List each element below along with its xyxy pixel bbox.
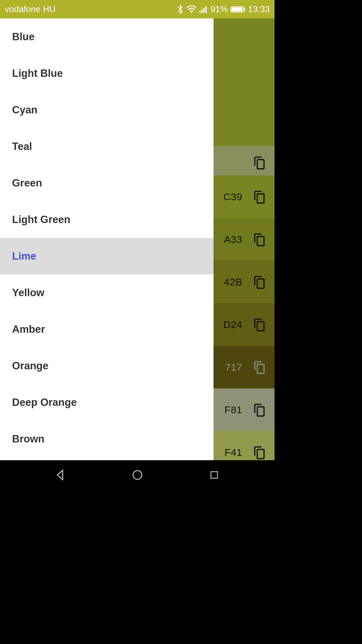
hex-code-fragment: F81 (225, 404, 242, 416)
copy-icon[interactable] (250, 358, 268, 377)
drawer-item-label: Amber (12, 323, 45, 335)
carrier-label: vodafone HU (5, 4, 56, 14)
copy-icon[interactable] (250, 273, 268, 291)
drawer-item-label: Deep Orange (12, 396, 77, 409)
drawer-item-orange[interactable]: Orange (0, 347, 214, 384)
hex-code-fragment: 717 (225, 362, 242, 373)
drawer-item-label: Teal (12, 141, 32, 153)
status-bar: vodafone HU 91% 13:33 (0, 0, 275, 18)
copy-icon[interactable] (250, 315, 268, 334)
svg-rect-2 (201, 9, 203, 13)
svg-rect-3 (203, 8, 205, 13)
drawer-item-label: Yellow (12, 287, 44, 299)
drawer-item-brown[interactable]: Brown (0, 421, 214, 457)
svg-point-0 (191, 11, 192, 13)
drawer-item-label: Light Blue (12, 67, 63, 79)
drawer-item-label: Lime (12, 250, 36, 262)
drawer-item-label: Light Green (12, 214, 70, 226)
status-icons: 91% 13:33 (177, 4, 270, 14)
drawer-item-yellow[interactable]: Yellow (0, 274, 214, 311)
system-nav-bar (0, 460, 275, 490)
home-button[interactable] (121, 465, 154, 485)
drawer-item-label: Brown (12, 433, 44, 445)
hex-code-fragment: F41 (225, 447, 242, 458)
drawer-item-label: Cyan (12, 104, 38, 116)
copy-icon[interactable] (250, 230, 268, 249)
drawer-item-lime[interactable]: Lime (0, 238, 214, 274)
recent-apps-button[interactable] (197, 465, 231, 485)
drawer-item-label: Orange (12, 360, 49, 372)
hex-code-fragment: 42B (224, 276, 242, 288)
svg-rect-9 (211, 472, 218, 478)
battery-percent: 91% (210, 4, 228, 14)
hex-code-fragment: D24 (223, 319, 242, 330)
drawer-item-light-green[interactable]: Light Green (0, 201, 214, 238)
svg-rect-6 (232, 7, 242, 11)
svg-point-8 (133, 471, 142, 479)
clock: 13:33 (248, 4, 270, 14)
drawer-item-cyan[interactable]: Cyan (0, 92, 214, 128)
back-button[interactable] (44, 465, 77, 485)
copy-icon[interactable] (250, 187, 268, 206)
bluetooth-icon (177, 4, 184, 14)
svg-rect-1 (199, 11, 201, 13)
drawer-item-green[interactable]: Green (0, 165, 214, 201)
svg-rect-7 (244, 8, 245, 11)
drawer-item-label: Green (12, 177, 42, 189)
drawer-item-label: Blue (12, 31, 35, 43)
drawer-item-blue[interactable]: Blue (0, 18, 214, 55)
svg-rect-4 (205, 6, 207, 13)
hex-code-fragment: A33 (224, 234, 242, 245)
copy-icon[interactable] (250, 400, 268, 419)
drawer-item-amber[interactable]: Amber (0, 311, 214, 347)
drawer-item-deep-orange[interactable]: Deep Orange (0, 384, 214, 421)
signal-icon (199, 5, 208, 13)
nav-drawer: BlueLight BlueCyanTealGreenLight GreenLi… (0, 18, 214, 460)
copy-icon[interactable] (250, 443, 268, 462)
drawer-item-light-blue[interactable]: Light Blue (0, 55, 214, 92)
copy-icon[interactable] (250, 153, 268, 172)
hex-code-fragment: C39 (223, 191, 242, 203)
drawer-item-teal[interactable]: Teal (0, 128, 214, 165)
wifi-icon (186, 5, 196, 13)
battery-icon (231, 6, 245, 13)
